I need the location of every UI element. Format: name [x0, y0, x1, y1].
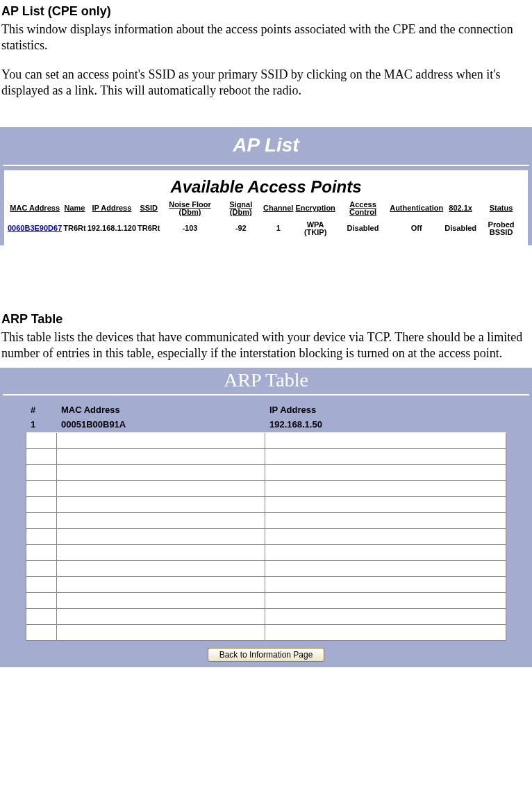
- cell-mac: 00051B00B91A: [57, 416, 265, 432]
- col-name: Name: [63, 199, 86, 218]
- col-status: Status: [477, 199, 525, 218]
- arp-tbody: 1 00051B00B91A 192.168.1.50: [26, 416, 506, 640]
- arp-row: [26, 624, 506, 640]
- col-signal: Signal (Dbm): [219, 199, 263, 218]
- col-auth: Authentication: [389, 199, 444, 218]
- cell-ip: 192.168.1.120: [87, 218, 137, 240]
- arp-row: [26, 592, 506, 608]
- arp-row: [26, 448, 506, 464]
- divider: [3, 165, 529, 166]
- arp-row: [26, 464, 506, 480]
- cell-ip: 192.168.1.50: [265, 416, 506, 432]
- arp-row: [26, 560, 506, 576]
- col-encryption: Encryption: [294, 199, 336, 218]
- col-access: Access Control: [337, 199, 389, 218]
- arp-row: [26, 432, 506, 448]
- ap-list-description-2: You can set an access point's SSID as yo…: [1, 67, 531, 99]
- cell-auth: Off: [389, 218, 444, 240]
- col-ip: IP Address: [265, 402, 506, 416]
- ap-table-header-row: MAC Address Name IP Address SSID Noise F…: [7, 199, 525, 218]
- ap-table: MAC Address Name IP Address SSID Noise F…: [7, 199, 525, 240]
- cell-channel: 1: [263, 218, 294, 240]
- cell-num: 1: [26, 416, 57, 432]
- ap-list-panel: AP List Available Access Points MAC Addr…: [0, 127, 532, 245]
- col-mac: MAC Address: [7, 199, 63, 218]
- col-ssid: SSID: [137, 199, 160, 218]
- arp-header-row: # MAC Address IP Address: [26, 402, 506, 416]
- arp-banner: ARP Table: [0, 368, 532, 394]
- cell-status: Probed BSSID: [477, 218, 525, 240]
- col-noise: Noise Floor (Dbm): [160, 199, 219, 218]
- arp-row: [26, 496, 506, 512]
- col-mac: MAC Address: [57, 402, 265, 416]
- arp-table-description: This table lists the devices that have c…: [1, 329, 531, 362]
- cell-noise: -103: [160, 218, 219, 240]
- arp-row: [26, 480, 506, 496]
- col-channel: Channel: [263, 199, 294, 218]
- arp-row: [26, 576, 506, 592]
- ap-table-row: 0060B3E90D67 TR6Rt 192.168.1.120 TR6Rt -…: [7, 218, 525, 240]
- available-ap-title: Available Access Points: [7, 177, 525, 197]
- arp-panel: ARP Table # MAC Address IP Address 1 000…: [0, 368, 532, 667]
- cell-signal: -92: [219, 218, 263, 240]
- mac-address-link[interactable]: 0060B3E90D67: [8, 224, 62, 232]
- divider: [3, 394, 529, 396]
- cell-encryption: WPA (TKIP): [294, 218, 336, 240]
- arp-row: [26, 528, 506, 544]
- ap-list-heading: AP List (CPE only): [1, 4, 531, 19]
- ap-list-banner: AP List: [0, 127, 532, 165]
- back-button[interactable]: Back to Information Page: [208, 648, 325, 662]
- cell-ssid: TR6Rt: [137, 218, 160, 240]
- arp-table: # MAC Address IP Address 1 00051B00B91A …: [26, 402, 506, 641]
- col-ip: IP Address: [87, 199, 137, 218]
- ap-list-description-1: This window displays information about t…: [1, 22, 531, 54]
- cell-dot1x: Disabled: [444, 218, 477, 240]
- cell-name: TR6Rt: [63, 218, 86, 240]
- cell-access: Disabled: [337, 218, 389, 240]
- arp-row: [26, 608, 506, 624]
- arp-row: [26, 512, 506, 528]
- arp-row: [26, 544, 506, 560]
- col-num: #: [26, 402, 57, 416]
- arp-table-heading: ARP Table: [1, 312, 531, 327]
- col-dot1x: 802.1x: [444, 199, 477, 218]
- arp-row: 1 00051B00B91A 192.168.1.50: [26, 416, 506, 432]
- available-ap-box: Available Access Points MAC Address Name…: [4, 170, 528, 245]
